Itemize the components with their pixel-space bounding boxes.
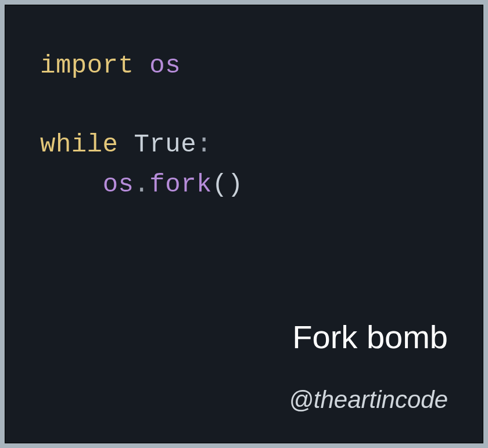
keyword-while: while bbox=[40, 130, 119, 159]
keyword-import: import bbox=[40, 51, 134, 80]
colon: : bbox=[196, 130, 212, 159]
code-block: import os while True: os.fork() bbox=[40, 46, 448, 204]
dot: . bbox=[134, 170, 149, 199]
author-handle: @theartincode bbox=[289, 386, 448, 414]
constant-true: True bbox=[134, 130, 196, 159]
title-text: Fork bomb bbox=[292, 318, 448, 356]
method-fork: fork bbox=[149, 170, 212, 199]
object-os: os bbox=[103, 170, 134, 199]
indent bbox=[40, 170, 103, 199]
module-os: os bbox=[149, 51, 181, 80]
parens: () bbox=[212, 170, 243, 199]
code-card: import os while True: os.fork() Fork bom… bbox=[5, 5, 483, 443]
